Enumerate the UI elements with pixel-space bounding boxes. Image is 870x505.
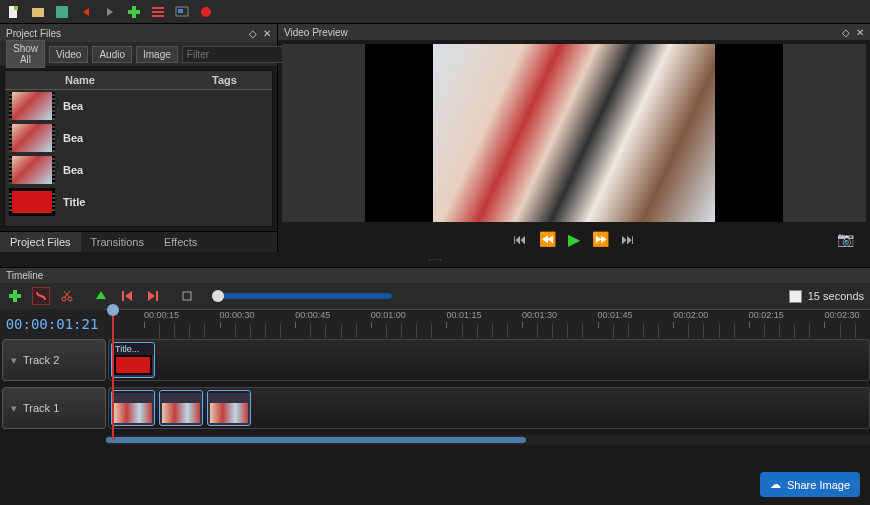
file-row[interactable]: Bea: [5, 122, 272, 154]
video-preview-panel: Video Preview ◇ ✕ ⏮ ⏪ ▶ ⏩ ⏭ 📷: [278, 24, 870, 252]
close-panel-icon[interactable]: ✕: [263, 28, 271, 39]
project-files-title: Project Files: [6, 28, 61, 39]
share-label: Share Image: [787, 479, 850, 491]
video-clip[interactable]: [111, 390, 155, 426]
center-icon[interactable]: [178, 287, 196, 305]
project-files-panel: Project Files ◇ ✕ Show All Video Audio I…: [0, 24, 278, 252]
duration-label: 15 seconds: [808, 290, 864, 302]
horizontal-scrollbar[interactable]: [106, 435, 870, 445]
ruler-tick: 00:00:45: [295, 310, 330, 320]
ruler-tick: 00:01:30: [522, 310, 557, 320]
svg-rect-16: [122, 291, 124, 301]
column-name[interactable]: Name: [61, 74, 212, 86]
ruler-tick: 00:01:00: [371, 310, 406, 320]
tab-project-files[interactable]: Project Files: [0, 232, 81, 252]
skip-end-icon[interactable]: ⏭: [621, 231, 635, 247]
ruler-tick: 00:01:15: [446, 310, 481, 320]
thumbnail-icon: [9, 124, 55, 152]
ruler-tick: 00:00:30: [220, 310, 255, 320]
undo-icon[interactable]: [78, 4, 94, 20]
file-name: Bea: [63, 100, 268, 112]
track-2-label[interactable]: Track 2: [2, 339, 106, 381]
file-name: Bea: [63, 132, 268, 144]
ruler-tick: 00:02:00: [673, 310, 708, 320]
ruler-tick: 00:01:45: [598, 310, 633, 320]
share-icon: ☁: [770, 478, 781, 491]
next-marker-icon[interactable]: [144, 287, 162, 305]
play-icon[interactable]: ▶: [568, 230, 580, 249]
zoom-slider[interactable]: [212, 293, 392, 299]
add-track-icon[interactable]: [6, 287, 24, 305]
filter-audio-button[interactable]: Audio: [92, 46, 132, 63]
cut-icon[interactable]: [58, 287, 76, 305]
clip-label: Title...: [112, 343, 154, 355]
tracks-area: Track 2 Title... Track 1: [0, 339, 870, 445]
timeline-section: Timeline 15 seconds 00:00:01:21 00:00:15…: [0, 267, 870, 445]
prev-marker-icon[interactable]: [118, 287, 136, 305]
snapshot-icon[interactable]: 📷: [837, 231, 854, 247]
project-files-table: Name Tags Bea Bea Bea Title: [4, 70, 273, 227]
dock-icon[interactable]: ◇: [249, 28, 257, 39]
filter-video-button[interactable]: Video: [49, 46, 88, 63]
svg-rect-5: [128, 10, 140, 14]
preview-area: [282, 44, 866, 222]
svg-point-11: [201, 7, 211, 17]
filter-bar: Show All Video Audio Image ⌫: [0, 42, 277, 66]
timeline-toolbar: 15 seconds: [0, 283, 870, 309]
share-image-button[interactable]: ☁ Share Image: [760, 472, 860, 497]
new-file-icon[interactable]: [6, 4, 22, 20]
track-2-content[interactable]: Title...: [108, 339, 870, 381]
ruler-tick: 00:02:30: [824, 310, 859, 320]
main-toolbar: [0, 0, 870, 24]
track-1-content[interactable]: [108, 387, 870, 429]
tab-transitions[interactable]: Transitions: [81, 232, 154, 252]
open-file-icon[interactable]: [30, 4, 46, 20]
list-icon[interactable]: [150, 4, 166, 20]
file-name: Title: [63, 196, 268, 208]
svg-rect-17: [156, 291, 158, 301]
video-preview-title: Video Preview: [284, 27, 348, 38]
preview-canvas[interactable]: [365, 44, 783, 222]
marker-icon[interactable]: [92, 287, 110, 305]
svg-rect-8: [152, 15, 164, 17]
snap-icon[interactable]: [32, 287, 50, 305]
video-frame: [433, 44, 715, 222]
file-row[interactable]: Title: [5, 186, 272, 218]
filter-image-button[interactable]: Image: [136, 46, 178, 63]
file-row[interactable]: Bea: [5, 154, 272, 186]
tab-effects[interactable]: Effects: [154, 232, 207, 252]
duration-checkbox[interactable]: [789, 290, 802, 303]
video-clip[interactable]: [159, 390, 203, 426]
record-icon[interactable]: [198, 4, 214, 20]
add-icon[interactable]: [126, 4, 142, 20]
skip-start-icon[interactable]: ⏮: [513, 231, 527, 247]
svg-rect-6: [152, 7, 164, 9]
close-panel-icon[interactable]: ✕: [856, 27, 864, 38]
svg-rect-18: [183, 292, 191, 300]
thumbnail-icon: [9, 92, 55, 120]
video-clip[interactable]: [207, 390, 251, 426]
left-tabs: Project Files Transitions Effects: [0, 231, 277, 252]
column-tags[interactable]: Tags: [212, 74, 272, 86]
redo-icon[interactable]: [102, 4, 118, 20]
track-1-label[interactable]: Track 1: [2, 387, 106, 429]
timeline-header: Timeline: [0, 268, 870, 283]
dock-icon[interactable]: ◇: [842, 27, 850, 38]
title-clip[interactable]: Title...: [111, 342, 155, 378]
forward-icon[interactable]: ⏩: [592, 231, 609, 247]
file-name: Bea: [63, 164, 268, 176]
svg-rect-13: [9, 294, 21, 298]
playhead[interactable]: [112, 310, 114, 440]
video-preview-header: Video Preview ◇ ✕: [278, 24, 870, 40]
screen-icon[interactable]: [174, 4, 190, 20]
ruler-tick: 00:00:15: [144, 310, 179, 320]
resize-handle[interactable]: ·····: [0, 252, 870, 267]
file-row[interactable]: Bea: [5, 90, 272, 122]
time-ruler[interactable]: 00:00:1500:00:3000:00:4500:01:0000:01:15…: [104, 309, 870, 339]
thumbnail-icon: [9, 156, 55, 184]
svg-rect-2: [32, 8, 44, 17]
filter-show-all-button[interactable]: Show All: [6, 40, 45, 68]
save-icon[interactable]: [54, 4, 70, 20]
title-thumbnail-icon: [9, 188, 55, 216]
rewind-icon[interactable]: ⏪: [539, 231, 556, 247]
